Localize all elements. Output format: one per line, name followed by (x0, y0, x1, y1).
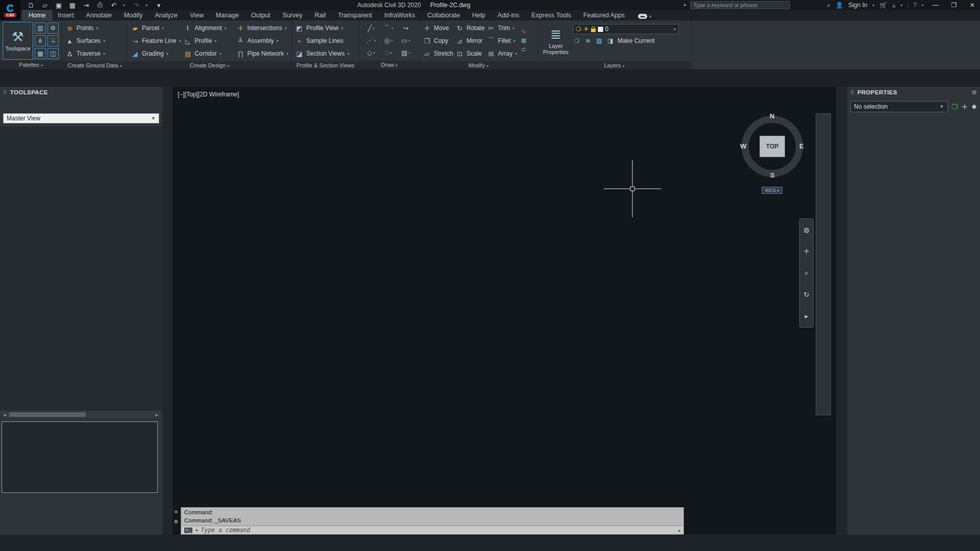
showmotion-icon[interactable]: ▸ (805, 312, 808, 320)
application-menu-button[interactable]: C C3D (0, 0, 20, 20)
command-customize-icon[interactable]: ⚙ (174, 519, 179, 524)
command-history-line: Command: _SAVEAS (184, 516, 680, 524)
viewcube-south[interactable]: S (770, 171, 775, 179)
viewcube[interactable]: N W E S TOP (739, 113, 805, 180)
steering-wheel-icon[interactable]: ◍ (803, 226, 809, 234)
recent-commands-icon[interactable]: ▾ (195, 528, 198, 533)
command-placeholder: Type a command (201, 527, 675, 534)
orbit-icon[interactable]: ↻ (804, 291, 810, 298)
wcs-menu[interactable]: WCS ▾ (762, 187, 782, 194)
crosshair-cursor (0, 0, 980, 551)
zoom-icon[interactable]: ⌕ (804, 269, 808, 277)
pan-icon[interactable]: ✛ (804, 247, 810, 255)
command-expand-icon[interactable]: ▴ (678, 528, 680, 533)
viewcube-east[interactable]: E (799, 142, 804, 150)
viewcube-west[interactable]: W (740, 142, 746, 150)
command-close-icon[interactable]: ✕ (174, 509, 178, 515)
viewcube-top-face[interactable]: TOP (760, 136, 785, 157)
transparent-commands-toolbar (816, 113, 831, 415)
command-history-line: Command: (184, 508, 680, 516)
app-badge: C3D (4, 13, 16, 17)
command-history: Command: Command: _SAVEAS (181, 508, 683, 525)
civil3d-logo-icon: C (7, 4, 14, 13)
command-line[interactable]: Command: Command: _SAVEAS >_ ▾ Type a co… (181, 507, 684, 535)
command-input[interactable]: >_ ▾ Type a command ▴ (181, 525, 683, 534)
command-prompt-icon: >_ (184, 528, 192, 533)
viewcube-north[interactable]: N (770, 112, 774, 120)
navigation-bar: ◍ ✛ ⌕ ↻ ▸ (799, 218, 814, 328)
